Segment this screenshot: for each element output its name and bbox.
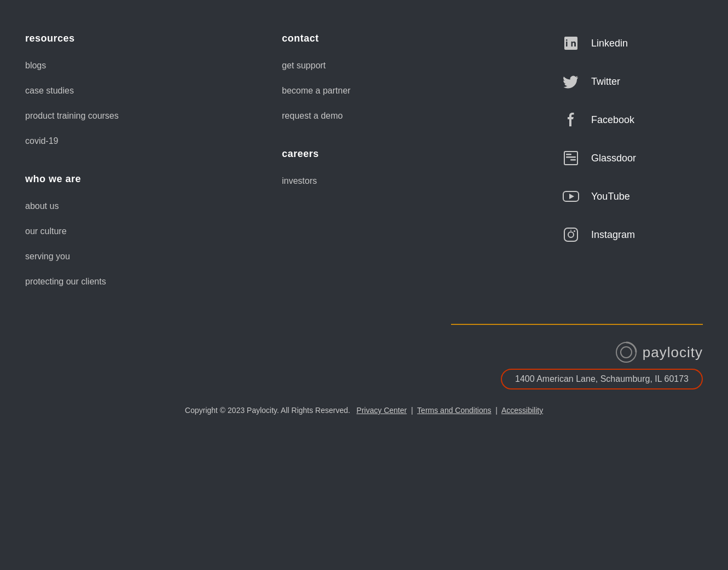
instagram-icon: [561, 224, 581, 245]
copyright-bar: Copyright © 2023 Paylocity. All Rights R…: [25, 400, 703, 420]
link-request-a-demo[interactable]: request a demo: [282, 111, 539, 121]
terms-link[interactable]: Terms and Conditions: [417, 406, 491, 415]
svg-rect-2: [566, 156, 576, 158]
link-blogs[interactable]: blogs: [25, 61, 282, 71]
instagram-label: Instagram: [591, 229, 635, 241]
copyright-text: Copyright © 2023 Paylocity. All Rights R…: [185, 406, 350, 415]
twitter-icon: [561, 71, 581, 92]
footer: resources blogs case studies product tra…: [0, 0, 728, 437]
link-our-culture[interactable]: our culture: [25, 226, 282, 236]
paylocity-logo-icon: [615, 341, 637, 363]
link-become-a-partner[interactable]: become a partner: [282, 86, 539, 96]
linkedin-label: Linkedin: [591, 38, 628, 49]
who-we-are-section: who we are about us our culture serving …: [25, 173, 282, 287]
contact-heading: contact: [282, 33, 539, 44]
who-we-are-heading: who we are: [25, 173, 282, 185]
link-get-support[interactable]: get support: [282, 61, 539, 71]
paylocity-logo: paylocity: [615, 341, 703, 363]
svg-marker-6: [569, 194, 574, 199]
link-investors[interactable]: investors: [282, 176, 539, 186]
footer-col-contact: contact get support become a partner req…: [282, 33, 539, 302]
footer-col-resources: resources blogs case studies product tra…: [25, 33, 282, 302]
svg-rect-4: [570, 159, 576, 161]
facebook-label: Facebook: [591, 114, 634, 126]
careers-section: careers: [282, 148, 539, 160]
link-about-us[interactable]: about us: [25, 201, 282, 211]
bottom-right: paylocity 1400 American Lane, Schaumburg…: [25, 341, 703, 389]
footer-main: resources blogs case studies product tra…: [0, 0, 728, 324]
svg-point-8: [568, 232, 574, 237]
glassdoor-icon: [561, 148, 581, 168]
accessibility-link[interactable]: Accessibility: [501, 406, 543, 415]
social-glassdoor[interactable]: Glassdoor: [561, 148, 703, 168]
linkedin-icon: [561, 33, 581, 54]
link-serving-you[interactable]: serving you: [25, 252, 282, 261]
youtube-label: YouTube: [591, 191, 630, 202]
careers-heading: careers: [282, 148, 539, 160]
footer-bottom: paylocity 1400 American Lane, Schaumburg…: [0, 324, 728, 437]
link-covid-19[interactable]: covid-19: [25, 136, 282, 146]
address: 1400 American Lane, Schaumburg, IL 60173: [501, 369, 703, 389]
twitter-label: Twitter: [591, 76, 620, 88]
social-youtube[interactable]: YouTube: [561, 186, 703, 207]
social-facebook[interactable]: Facebook: [561, 109, 703, 130]
youtube-icon: [561, 186, 581, 207]
link-protecting-our-clients[interactable]: protecting our clients: [25, 277, 282, 287]
divider: [451, 324, 703, 325]
glassdoor-label: Glassdoor: [591, 153, 636, 164]
svg-point-9: [574, 230, 575, 232]
social-twitter[interactable]: Twitter: [561, 71, 703, 92]
link-product-training-courses[interactable]: product training courses: [25, 111, 282, 121]
facebook-icon: [561, 109, 581, 130]
svg-point-10: [570, 230, 571, 231]
logo-text: paylocity: [643, 344, 703, 361]
svg-rect-1: [564, 152, 577, 165]
social-instagram[interactable]: Instagram: [561, 224, 703, 245]
svg-point-12: [621, 347, 632, 358]
social-linkedin[interactable]: Linkedin: [561, 33, 703, 54]
resources-heading: resources: [25, 33, 282, 44]
privacy-link[interactable]: Privacy Center: [356, 406, 407, 415]
svg-rect-3: [566, 154, 571, 155]
footer-col-social: Linkedin Twitter Facebook: [539, 33, 703, 302]
link-case-studies[interactable]: case studies: [25, 86, 282, 96]
